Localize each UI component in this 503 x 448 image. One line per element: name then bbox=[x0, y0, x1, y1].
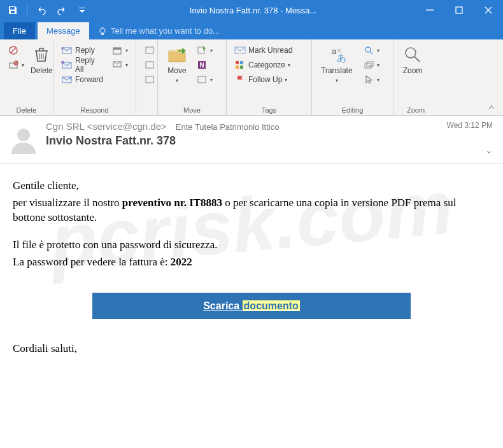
message-body: Gentile cliente, per visualizzare il nos… bbox=[0, 164, 503, 374]
ignore-button[interactable] bbox=[5, 43, 27, 57]
group-label-move: Move bbox=[163, 106, 221, 115]
dropdown-icon: ▾ bbox=[210, 77, 213, 83]
window-title: Invio Nostra Fatt.nr. 378 - Messa... bbox=[91, 6, 415, 15]
related-button[interactable]: ▾ bbox=[360, 58, 382, 72]
categorize-button[interactable]: Categorize ▾ bbox=[232, 58, 295, 72]
translate-icon: aあ bbox=[327, 45, 347, 65]
group-tags: Mark Unread Categorize ▾ Follow Up ▾ Tag… bbox=[227, 39, 312, 115]
expand-header-button[interactable]: ⌄ bbox=[485, 145, 493, 155]
reply-all-icon bbox=[61, 59, 73, 71]
quickstep-2[interactable] bbox=[141, 58, 158, 72]
junk-icon bbox=[8, 59, 19, 71]
group-label-delete: Delete bbox=[5, 106, 48, 115]
save-button[interactable] bbox=[4, 1, 22, 19]
find-button[interactable]: ▾ bbox=[360, 43, 382, 57]
svg-rect-15 bbox=[146, 47, 153, 53]
search-icon bbox=[363, 45, 374, 56]
greeting: Gentile cliente, bbox=[13, 179, 490, 193]
svg-line-5 bbox=[11, 48, 16, 53]
svg-text:あ: あ bbox=[337, 52, 346, 63]
svg-line-30 bbox=[370, 52, 372, 54]
group-respond: Reply Reply All Forward ▾ ▾ Respond bbox=[53, 39, 136, 115]
undo-button[interactable] bbox=[32, 1, 50, 19]
close-button[interactable] bbox=[474, 0, 503, 20]
quickstep-3[interactable] bbox=[141, 73, 158, 87]
select-button[interactable]: ▾ bbox=[360, 73, 382, 87]
svg-text:a: a bbox=[332, 46, 337, 56]
move-button[interactable]: Move▾ bbox=[163, 42, 191, 87]
maximize-button[interactable] bbox=[444, 0, 474, 20]
delete-icon bbox=[31, 45, 52, 65]
translate-button[interactable]: aあ Translate▾ bbox=[317, 42, 357, 87]
meeting-button[interactable]: ▾ bbox=[109, 43, 131, 57]
svg-rect-6 bbox=[10, 63, 17, 68]
mark-unread-button[interactable]: Mark Unread bbox=[232, 43, 295, 57]
reply-all-label: Reply All bbox=[75, 56, 104, 74]
download-document-button[interactable]: Scarica documento bbox=[92, 293, 411, 319]
dropdown-icon: ▾ bbox=[336, 78, 338, 83]
svg-rect-24 bbox=[240, 61, 243, 64]
dropdown-icon: ▾ bbox=[22, 62, 24, 68]
ribbon: ▾ Delete Delete Reply Reply All Forward … bbox=[0, 39, 503, 116]
svg-point-35 bbox=[17, 129, 30, 141]
dropdown-icon: ▾ bbox=[377, 62, 379, 68]
dropdown-icon: ▾ bbox=[377, 77, 379, 83]
forward-button[interactable]: Forward bbox=[59, 73, 106, 87]
dropdown-icon: ▾ bbox=[125, 62, 128, 68]
rules-button[interactable]: ▾ bbox=[194, 43, 215, 57]
group-label-respond: Respond bbox=[59, 106, 131, 115]
from-line: Cgn SRL <service@cgn.de> bbox=[46, 121, 167, 132]
tab-message[interactable]: Message bbox=[38, 22, 89, 39]
ignore-icon bbox=[8, 45, 19, 56]
svg-line-34 bbox=[414, 57, 420, 62]
svg-rect-21 bbox=[198, 76, 206, 83]
quickstep-1[interactable] bbox=[141, 43, 158, 57]
svg-rect-17 bbox=[146, 76, 153, 83]
sender-avatar bbox=[8, 123, 39, 155]
follow-up-button[interactable]: Follow Up ▾ bbox=[232, 73, 295, 87]
group-label-zoom: Zoom bbox=[399, 106, 433, 115]
tell-me-label: Tell me what you want to do... bbox=[111, 26, 220, 36]
group-zoom: Zoom Zoom bbox=[393, 39, 438, 115]
svg-text:N: N bbox=[199, 62, 204, 69]
titlebar: Invio Nostra Fatt.nr. 378 - Messa... bbox=[0, 0, 503, 20]
dropdown-icon: ▾ bbox=[377, 48, 379, 53]
window-controls bbox=[415, 0, 503, 20]
to-line: Ente Tutela Patrimonio Ittico bbox=[176, 122, 280, 132]
delete-label: Delete bbox=[31, 66, 53, 75]
download-label-2: documento bbox=[243, 300, 300, 311]
more-respond-button[interactable]: ▾ bbox=[109, 58, 131, 72]
svg-rect-1 bbox=[456, 7, 462, 13]
dropdown-icon: ▾ bbox=[176, 78, 178, 83]
tell-me-search[interactable]: Tell me what you want to do... bbox=[89, 22, 229, 39]
reply-button[interactable]: Reply bbox=[59, 43, 106, 57]
qat-customize-button[interactable] bbox=[73, 1, 91, 19]
zoom-label: Zoom bbox=[403, 66, 423, 75]
onenote-button[interactable]: N bbox=[194, 58, 215, 72]
junk-button[interactable]: ▾ bbox=[5, 58, 27, 72]
body-paragraph-2: Il file è protetto con una password di s… bbox=[13, 238, 490, 253]
cursor-icon bbox=[363, 74, 374, 85]
more-icon bbox=[111, 59, 123, 71]
related-icon bbox=[363, 59, 374, 71]
redo-button[interactable] bbox=[53, 1, 71, 19]
svg-rect-3 bbox=[101, 33, 104, 35]
body-paragraph-3: La password per vedere la fattura è: 202… bbox=[13, 255, 490, 270]
svg-rect-25 bbox=[236, 66, 239, 69]
quick-access-toolbar bbox=[0, 1, 91, 19]
move-label: Move bbox=[167, 66, 186, 75]
tab-file[interactable]: File bbox=[4, 22, 35, 39]
reply-all-button[interactable]: Reply All bbox=[59, 58, 106, 72]
delete-button[interactable]: Delete bbox=[27, 42, 57, 78]
actions-button[interactable]: ▾ bbox=[194, 73, 215, 87]
dropdown-icon: ▾ bbox=[125, 48, 128, 53]
forward-icon bbox=[61, 74, 73, 85]
group-label-tags: Tags bbox=[232, 106, 306, 115]
zoom-button[interactable]: Zoom bbox=[399, 42, 427, 78]
svg-rect-26 bbox=[240, 66, 243, 69]
download-label-1: Scarica bbox=[203, 300, 242, 311]
collapse-ribbon-button[interactable]: ㅅ bbox=[484, 101, 499, 114]
minimize-button[interactable] bbox=[415, 0, 444, 20]
signoff: Cordiali saluti, bbox=[13, 342, 490, 356]
zoom-icon bbox=[402, 45, 423, 65]
